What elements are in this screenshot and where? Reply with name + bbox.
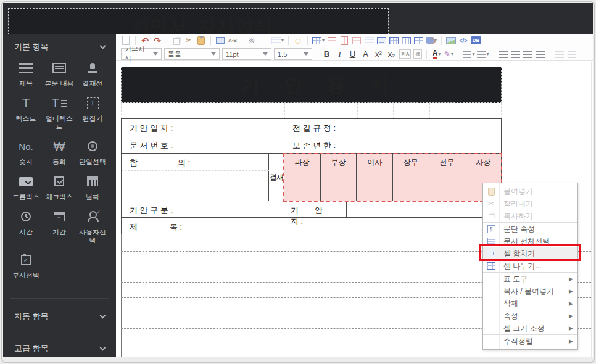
cell-sangmu[interactable]: 상무 — [393, 154, 429, 172]
outdent-button[interactable] — [555, 49, 565, 59]
split-row-button[interactable] — [401, 35, 411, 46]
sidebar-item-dept-select[interactable]: ✓부서선택 — [9, 250, 43, 279]
table-properties-button[interactable] — [389, 35, 399, 46]
screenshot-button[interactable] — [215, 35, 225, 46]
sidebar-item-body[interactable]: 본문 내용 — [43, 59, 76, 88]
subscript-button[interactable]: x₂ — [386, 49, 397, 59]
approval-sign-row[interactable] — [284, 172, 501, 201]
paragraph-style-select[interactable]: 기본서식 — [121, 48, 162, 60]
sidebar-item-checkbox[interactable]: 체크박스 — [43, 172, 76, 201]
undo-button[interactable]: ↶ — [140, 35, 150, 46]
sidebar-item-time[interactable]: 시간 — [9, 207, 43, 244]
unordered-list-button[interactable]: ▾ — [477, 49, 489, 59]
cell-draft-date[interactable]: 기 안 일 자 : — [122, 119, 284, 136]
highlight-pen-button[interactable]: ✎▾ — [444, 49, 453, 59]
align-center-button[interactable] — [511, 49, 521, 59]
insert-col-button[interactable] — [352, 35, 362, 46]
menu-item-table-tools[interactable]: 표 도구▶ — [483, 273, 577, 285]
new-document-button[interactable] — [121, 35, 131, 46]
menu-item-properties[interactable]: 속성▶ — [483, 310, 577, 322]
line-height-select[interactable]: 1.5 — [274, 48, 312, 60]
italic-button[interactable]: I — [334, 49, 345, 59]
copy-button[interactable] — [172, 35, 181, 46]
html-code-button[interactable]: </> — [458, 35, 468, 46]
chevron-down-icon — [100, 43, 106, 49]
font-size-select[interactable]: 11pt — [222, 48, 271, 60]
section-basic-items[interactable]: 기본 항목 — [3, 34, 116, 57]
menu-item-paragraph-props[interactable]: ¶문단 속성 — [483, 223, 577, 235]
underline-button[interactable]: U — [347, 49, 358, 59]
text-icon: T — [22, 97, 30, 109]
cell-retention[interactable]: 보 존 년 한 : — [284, 136, 501, 154]
cell-rule[interactable]: 전 결 규 정 : — [284, 119, 501, 136]
cell-sajang[interactable]: 사장 — [465, 154, 501, 172]
sidebar-item-currency[interactable]: ₩통화 — [43, 137, 76, 166]
cell-approval[interactable]: 결재 — [269, 154, 284, 201]
cell-bg-color-button[interactable]: ▾ — [426, 35, 437, 46]
menu-item-delete[interactable]: 삭제▶ — [483, 297, 577, 310]
superscript-button[interactable]: x² — [373, 49, 384, 59]
redo-button[interactable]: ↷ — [152, 35, 162, 46]
paste-button[interactable] — [196, 35, 206, 46]
menu-item-split-cells[interactable]: 셀 나누기... — [483, 260, 577, 272]
sidebar-item-user-select[interactable]: ✓사용자선택 — [76, 207, 109, 244]
cell-drafter-value[interactable] — [347, 201, 501, 218]
sidebar-item-single-select[interactable]: 단일선택 — [76, 137, 109, 166]
menu-item-merge-cells[interactable]: 셀 합치기 — [483, 247, 577, 260]
delete-row-button[interactable] — [339, 35, 349, 46]
doc-title-cell[interactable]: 기 안 용 지 — [121, 67, 502, 103]
find-replace-button[interactable]: A·B — [228, 35, 238, 46]
menu-item-paste[interactable]: 붙여넣기 — [483, 185, 577, 197]
section-auto-items[interactable]: 자동 항목 — [3, 304, 116, 327]
sidebar-item-date[interactable]: 날짜 — [76, 172, 109, 201]
sidebar-item-title[interactable]: 제목 — [9, 59, 43, 88]
cell-bujang[interactable]: 부장 — [321, 154, 357, 172]
context-menu: 붙여넣기 ✂잘라내기 복사하기 ¶문단 속성 문서 전체선택 셀 합치기 셀 나… — [482, 183, 578, 350]
merge-cells-button[interactable] — [376, 35, 386, 46]
cell-doc-no[interactable]: 문 서 번 호 : — [122, 136, 284, 154]
insert-image-button[interactable] — [446, 35, 456, 46]
align-left-button[interactable] — [499, 49, 508, 59]
sidebar-item-text[interactable]: T텍스트 — [9, 94, 43, 131]
menu-item-copy-paste[interactable]: 복사 / 붙여넣기▶ — [483, 285, 577, 297]
sidebar-item-approval-line[interactable]: 결재선 — [76, 59, 109, 88]
cell-drafter[interactable]: 기 안 자 : — [284, 201, 347, 218]
insert-table-button[interactable]: ▾ — [312, 35, 325, 46]
hanja-convert-button[interactable]: 한A — [399, 49, 411, 59]
font-family-select[interactable]: 돋움 — [164, 48, 220, 60]
split-col-button[interactable] — [413, 35, 423, 46]
sidebar-item-number[interactable]: No.숫자 — [9, 137, 43, 166]
indent-button[interactable] — [567, 49, 577, 59]
menu-item-cut[interactable]: ✂잘라내기 — [483, 197, 577, 210]
horizontal-line-button[interactable]: — — [259, 35, 269, 46]
table-date-button[interactable]: ▾ — [271, 35, 284, 46]
cell-jeonmu[interactable]: 전무 — [429, 154, 466, 172]
align-justify-button[interactable] — [536, 49, 545, 59]
menu-item-cell-size[interactable]: 셀 크기 조정▶ — [483, 322, 577, 334]
cell-gwajang[interactable]: 과장 — [284, 154, 321, 172]
cell-draft-type[interactable]: 기 안 구 분 : — [122, 201, 284, 218]
align-right-button[interactable] — [523, 49, 533, 59]
bold-button[interactable]: B — [321, 49, 332, 59]
sidebar-item-period[interactable]: ~기간 — [43, 207, 76, 244]
font-color-button[interactable]: A▾ — [431, 49, 441, 59]
link-button[interactable]: @ — [413, 49, 422, 59]
ordered-list-button[interactable]: ▾ — [463, 49, 474, 59]
db-field-button[interactable]: DB — [471, 35, 481, 46]
menu-item-vertical-align[interactable]: 수직정렬▶ — [483, 335, 577, 347]
section-advanced-items[interactable]: 고급 항목 — [3, 336, 116, 359]
cell-agreement[interactable]: 합 의 : — [122, 154, 269, 201]
cell-isa[interactable]: 이사 — [357, 154, 393, 172]
special-char-button[interactable]: ※ — [247, 35, 257, 46]
strikethrough-button[interactable]: A — [360, 49, 371, 59]
insert-row-button[interactable] — [327, 35, 337, 46]
sidebar-item-multitext[interactable]: T멀티텍스트 — [43, 94, 76, 131]
cell-subject[interactable]: 제 목 : — [122, 218, 501, 235]
menu-item-copy[interactable]: 복사하기 — [483, 210, 577, 222]
delete-col-button[interactable] — [364, 35, 374, 46]
emoticon-button[interactable]: ☺ — [293, 35, 303, 46]
sidebar-item-dropbox[interactable]: 드롭박스 — [9, 172, 43, 201]
cut-button[interactable]: ✂ — [184, 35, 194, 46]
sidebar-item-editor[interactable]: T편집기 — [76, 94, 109, 131]
menu-item-select-all[interactable]: 문서 전체선택 — [483, 235, 577, 247]
